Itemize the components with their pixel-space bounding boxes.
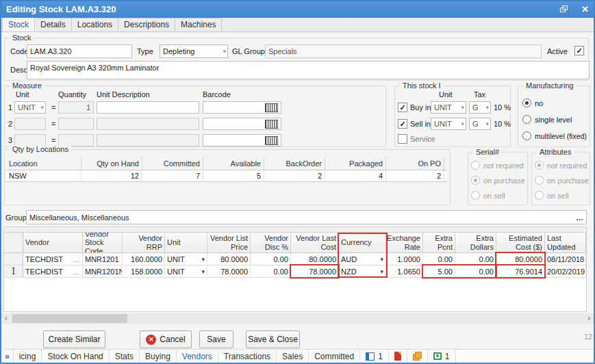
tab-overflow-button[interactable]: » bbox=[1, 350, 14, 363]
sell-tax-select[interactable]: G ▾ bbox=[469, 118, 491, 130]
chevron-down-icon[interactable]: ▾ bbox=[380, 268, 383, 275]
vendor-row-2[interactable]: I TECHDIST… MNR1201NZ 158.0000 UNIT▾ 78.… bbox=[4, 265, 586, 278]
barcode-icon bbox=[265, 136, 278, 145]
tab-descriptions[interactable]: Descriptions bbox=[118, 18, 175, 31]
stock-group-label: Stock bbox=[10, 34, 34, 42]
bottom-tab-sales[interactable]: Sales bbox=[277, 350, 309, 363]
bottom-tab-notes[interactable] bbox=[389, 350, 407, 363]
buy-unit-select[interactable]: UNIT ▾ bbox=[431, 101, 466, 114]
bottom-tab-pricing[interactable]: icing bbox=[14, 350, 42, 363]
ellipsis-icon[interactable]: … bbox=[73, 268, 80, 276]
measure-barcode-2[interactable] bbox=[203, 118, 281, 130]
attributes-option-on-purchase: on purchase bbox=[535, 176, 589, 185]
buy-in-checkbox[interactable]: ✓ bbox=[398, 103, 407, 112]
manufacturing-option-single-level[interactable]: single level bbox=[522, 115, 572, 124]
chevron-down-icon: ▾ bbox=[223, 49, 226, 55]
buy-in-label: Buy in bbox=[410, 103, 431, 112]
vendor-grid-top-strip bbox=[4, 227, 586, 233]
chevron-down-icon[interactable]: ▾ bbox=[201, 268, 205, 275]
serial-option-on-sell: on sell bbox=[471, 191, 505, 200]
measure-barcode-3[interactable] bbox=[203, 134, 281, 146]
manufacturing-option-multilevel[interactable]: multilevel (fixed) bbox=[522, 131, 587, 140]
type-label: Type bbox=[137, 47, 153, 55]
equals-sign: = bbox=[51, 103, 55, 112]
measure-row-number: 3 bbox=[8, 136, 12, 144]
radio-icon bbox=[522, 115, 531, 124]
measure-row-number: 1 bbox=[8, 103, 12, 112]
measure-col-barcode: Barcode bbox=[203, 90, 231, 99]
radio-icon bbox=[471, 191, 480, 200]
measure-description-2[interactable] bbox=[97, 118, 199, 130]
serial-option-on-purchase: on purchase bbox=[471, 176, 525, 185]
measure-quantity-2[interactable] bbox=[58, 118, 94, 130]
buy-tax-select[interactable]: G ▾ bbox=[469, 101, 491, 114]
radio-icon bbox=[535, 176, 544, 185]
ellipsis-icon[interactable]: … bbox=[73, 255, 80, 263]
cancel-button[interactable]: ✕ Cancel bbox=[140, 330, 192, 348]
chevron-down-icon[interactable]: ▾ bbox=[201, 256, 205, 263]
vendor-row-1[interactable]: TECHDIST… MNR1201 160.0000 UNIT▾ 80.0000… bbox=[4, 253, 586, 265]
bottom-tab-transactions[interactable]: Transactions bbox=[218, 350, 277, 363]
tab-locations[interactable]: Locations bbox=[71, 18, 118, 31]
measure-unit-select-1[interactable]: UNIT ▾ bbox=[14, 101, 46, 114]
desc-input[interactable]: Royal Sovereign A3 320mm Laminator bbox=[27, 61, 590, 79]
active-label: Active bbox=[547, 47, 568, 55]
equals-sign: = bbox=[51, 120, 55, 128]
horizontal-scrollbar[interactable]: ‹ › bbox=[1, 313, 594, 324]
active-checkbox[interactable]: ✓ bbox=[574, 46, 584, 55]
tab-machines[interactable]: Machines bbox=[175, 18, 222, 31]
locations-table: Location Qty on Hand Committed Available… bbox=[6, 157, 447, 182]
radio-icon bbox=[522, 99, 531, 107]
report-icon bbox=[366, 352, 375, 361]
bottom-tab-copies[interactable] bbox=[407, 350, 428, 363]
service-checkbox[interactable] bbox=[398, 134, 407, 144]
sell-unit-select[interactable]: UNIT ▾ bbox=[431, 118, 466, 130]
save-and-close-button[interactable]: Save & Close bbox=[246, 330, 300, 348]
gift-icon bbox=[433, 352, 442, 360]
vendor-grid: Vendor Vendor Stock Code Vendor RRP Unit… bbox=[3, 226, 587, 312]
restore-window-icon[interactable] bbox=[560, 5, 568, 12]
scroll-right-icon[interactable]: › bbox=[584, 313, 594, 324]
bottom-tab-promotions[interactable]: 1 bbox=[428, 350, 456, 363]
bottom-tab-buying[interactable]: Buying bbox=[140, 350, 177, 363]
groups-more-icon[interactable]: … bbox=[576, 213, 583, 222]
scrollbar-thumb[interactable] bbox=[12, 314, 127, 323]
unit-cell: UNIT▾ bbox=[165, 265, 207, 278]
service-label: Service bbox=[410, 135, 435, 143]
serial-option-not-required: not required bbox=[471, 161, 524, 170]
measure-description-3[interactable] bbox=[97, 134, 199, 146]
tab-stock[interactable]: Stock bbox=[2, 17, 35, 31]
bottom-tab-committed[interactable]: Committed bbox=[309, 350, 360, 363]
create-similar-button[interactable]: Create Similar bbox=[43, 330, 105, 348]
sell-in-label: Sell in bbox=[410, 120, 431, 128]
bottom-tab-report[interactable]: 1 bbox=[360, 350, 389, 363]
groups-field[interactable]: Miscellaneous, Miscellaneous … bbox=[26, 210, 587, 224]
chevron-down-icon[interactable]: ▾ bbox=[380, 256, 383, 263]
tab-details[interactable]: Details bbox=[34, 18, 72, 31]
measure-description-1[interactable] bbox=[97, 101, 199, 114]
stock-group: Stock Code LAM.A3.320 Type Depleting ▾ G… bbox=[4, 38, 589, 81]
measure-barcode-1[interactable] bbox=[203, 101, 281, 114]
currency-cell: NZD▾ bbox=[339, 265, 386, 278]
ibeam-cursor-icon: I bbox=[12, 267, 15, 276]
row-selector[interactable] bbox=[4, 253, 23, 265]
title-bar: Editing Stock LAM.A3.320 ✕ bbox=[0, 0, 595, 18]
save-button[interactable]: Save bbox=[199, 330, 233, 348]
record-count: 12 bbox=[584, 333, 595, 341]
type-select[interactable]: Depleting ▾ bbox=[160, 44, 228, 58]
bottom-tab-stock-on-hand[interactable]: Stock On Hand bbox=[42, 350, 109, 363]
edit-stock-dialog: Editing Stock LAM.A3.320 ✕ Stock Details… bbox=[0, 0, 595, 364]
sell-tax-rate: 10 % bbox=[494, 120, 511, 128]
close-icon[interactable]: ✕ bbox=[581, 5, 589, 14]
bottom-tab-vendors[interactable]: Vendors bbox=[177, 350, 218, 363]
bottom-tab-bar: » icing Stock On Hand Stats Buying Vendo… bbox=[1, 349, 594, 363]
sell-in-checkbox[interactable]: ✓ bbox=[398, 119, 407, 129]
gl-group-field[interactable]: Specials bbox=[265, 44, 542, 58]
measure-quantity-1[interactable]: 1 bbox=[58, 101, 94, 114]
code-input[interactable]: LAM.A3.320 bbox=[27, 44, 132, 58]
measure-unit-select-2[interactable] bbox=[14, 118, 46, 130]
bottom-tab-stats[interactable]: Stats bbox=[110, 350, 140, 363]
scroll-left-icon[interactable]: ‹ bbox=[1, 313, 11, 324]
manufacturing-option-no[interactable]: no bbox=[522, 99, 543, 107]
locations-table-row[interactable]: NSW 12 7 5 2 4 2 bbox=[6, 170, 447, 182]
